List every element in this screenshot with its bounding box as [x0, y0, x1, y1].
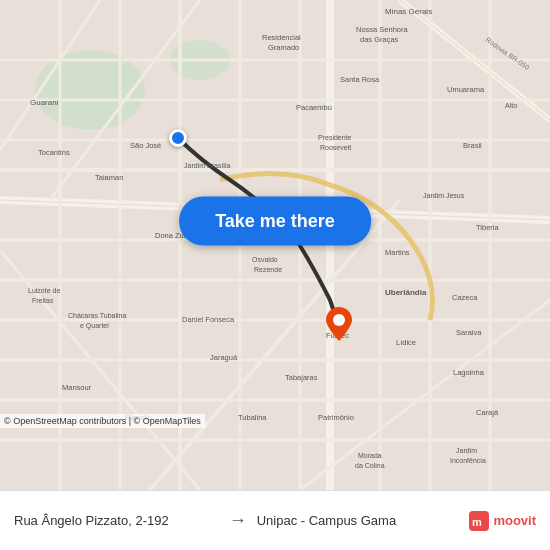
svg-text:Carajá: Carajá [476, 408, 499, 417]
svg-text:Gramado: Gramado [268, 43, 299, 52]
svg-text:Osvaldo: Osvaldo [252, 256, 278, 263]
svg-text:Nossa Senhora: Nossa Senhora [356, 25, 409, 34]
moovit-logo: m moovit [469, 511, 536, 531]
svg-text:Umuarama: Umuarama [447, 85, 485, 94]
svg-text:Taiaman: Taiaman [95, 173, 123, 182]
svg-text:Tocantins: Tocantins [38, 148, 70, 157]
svg-text:Rezende: Rezende [254, 266, 282, 273]
svg-text:Alto: Alto [505, 102, 517, 109]
svg-text:Roosevelt: Roosevelt [320, 144, 351, 151]
svg-text:das Graças: das Graças [360, 35, 399, 44]
svg-text:São José: São José [130, 141, 161, 150]
svg-text:Mansour: Mansour [62, 383, 92, 392]
svg-text:Freitas: Freitas [32, 297, 54, 304]
svg-text:Tiberia: Tiberia [476, 223, 499, 232]
svg-text:Jardim Jesus: Jardim Jesus [423, 192, 465, 199]
route-arrow: → [229, 510, 247, 531]
destination-marker [326, 307, 352, 341]
svg-text:Cazeca: Cazeca [452, 293, 478, 302]
svg-text:e Quartel: e Quartel [80, 322, 109, 330]
svg-text:Pacaembú: Pacaembú [296, 103, 332, 112]
svg-text:Daniel Fonseca: Daniel Fonseca [182, 315, 235, 324]
svg-point-77 [333, 314, 345, 326]
route-from: Rua Ângelo Pizzato, 2-192 [14, 513, 219, 528]
bottom-bar: Rua Ângelo Pizzato, 2-192 → Unipac - Cam… [0, 490, 550, 550]
svg-text:Luizote de: Luizote de [28, 287, 60, 294]
svg-text:Jardim Brasília: Jardim Brasília [184, 162, 230, 169]
svg-text:Jardim: Jardim [456, 447, 477, 454]
svg-text:Presidente: Presidente [318, 134, 352, 141]
origin-marker [169, 129, 187, 147]
map-attribution: © OpenStreetMap contributors | © OpenMap… [0, 414, 205, 428]
svg-text:Tubalina: Tubalina [238, 413, 267, 422]
svg-text:Lídice: Lídice [396, 338, 416, 347]
take-me-there-button[interactable]: Take me there [179, 196, 371, 245]
route-to: Unipac - Campus Gama [257, 513, 462, 528]
svg-text:Martins: Martins [385, 248, 410, 257]
svg-text:Patrimônio: Patrimônio [318, 413, 354, 422]
svg-text:Guarani: Guarani [30, 98, 59, 107]
svg-text:Uberlândia: Uberlândia [385, 288, 427, 297]
svg-text:Chácaras Tubalina: Chácaras Tubalina [68, 312, 126, 319]
map-container: Minas Gerais Nossa Senhora das Graças Re… [0, 0, 550, 490]
svg-text:m: m [472, 516, 482, 528]
svg-text:Brasil: Brasil [463, 141, 482, 150]
svg-point-1 [35, 50, 145, 130]
svg-text:Minas Gerais: Minas Gerais [385, 7, 432, 16]
svg-text:Morada: Morada [358, 452, 382, 459]
svg-text:da Colina: da Colina [355, 462, 385, 469]
moovit-brand-text: moovit [493, 513, 536, 528]
svg-text:Jaraguá: Jaraguá [210, 353, 238, 362]
svg-text:Inconfência: Inconfência [450, 457, 486, 464]
svg-text:Tabajaras: Tabajaras [285, 373, 318, 382]
svg-text:Lagoinha: Lagoinha [453, 368, 485, 377]
svg-text:Residencial: Residencial [262, 33, 301, 42]
svg-text:Saraiva: Saraiva [456, 328, 482, 337]
svg-text:Santa Rosa: Santa Rosa [340, 75, 380, 84]
